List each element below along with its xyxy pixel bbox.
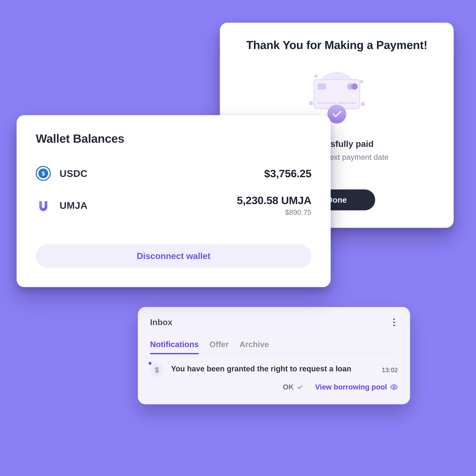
disconnect-wallet-button[interactable]: Disconnect wallet [36, 244, 312, 268]
svg-point-15 [393, 386, 395, 388]
svg-point-1 [314, 74, 317, 78]
balance-primary-value: 5,230.58 UMJA [237, 194, 312, 206]
dollar-icon: $ [150, 363, 164, 377]
notification-time: 13:02 [382, 366, 398, 374]
inbox-tabs: Notifications Offer Archive [150, 340, 398, 354]
inbox-card: Inbox Notifications Offer Archive $ You … [138, 307, 410, 404]
svg-point-3 [309, 101, 313, 105]
balance-list: $ USDC $3,756.25 [36, 159, 312, 223]
tab-notifications[interactable]: Notifications [150, 340, 199, 354]
wallet-title: Wallet Balances [36, 132, 312, 145]
view-borrowing-pool-button[interactable]: View borrowing pool [315, 383, 398, 391]
notification-ok-button[interactable]: OK [283, 383, 303, 391]
balance-row-umja[interactable]: UMJA 5,230.58 UMJA $890.75 [36, 187, 312, 223]
balance-primary-value: $3,756.25 [264, 167, 312, 180]
wallet-balances-card: Wallet Balances $ USDC $3,756.25 [17, 115, 331, 287]
eye-icon [390, 384, 398, 390]
svg-point-4 [361, 102, 365, 106]
view-label: View borrowing pool [315, 383, 387, 391]
payment-title: Thank You for Making a Payment! [237, 38, 436, 52]
svg-point-2 [360, 80, 363, 83]
unread-dot-icon [149, 362, 151, 365]
umja-icon [36, 198, 51, 213]
tab-archive[interactable]: Archive [239, 340, 269, 354]
balance-symbol: USDC [59, 168, 88, 179]
check-icon [297, 384, 303, 390]
usdc-icon: $ [36, 166, 51, 181]
notification-text: You have been granted the right to reque… [171, 363, 377, 374]
svg-text:$: $ [42, 170, 45, 177]
notification-item[interactable]: $ You have been granted the right to req… [150, 363, 398, 391]
ok-label: OK [283, 383, 294, 391]
balance-row-usdc[interactable]: $ USDC $3,756.25 [36, 159, 312, 187]
tab-offer[interactable]: Offer [210, 340, 229, 354]
balance-secondary-value: $890.75 [237, 208, 312, 217]
svg-rect-6 [317, 83, 326, 90]
balance-symbol: UMJA [59, 200, 88, 211]
more-options-icon[interactable] [390, 319, 398, 326]
inbox-title: Inbox [150, 317, 172, 327]
svg-point-8 [352, 83, 358, 90]
